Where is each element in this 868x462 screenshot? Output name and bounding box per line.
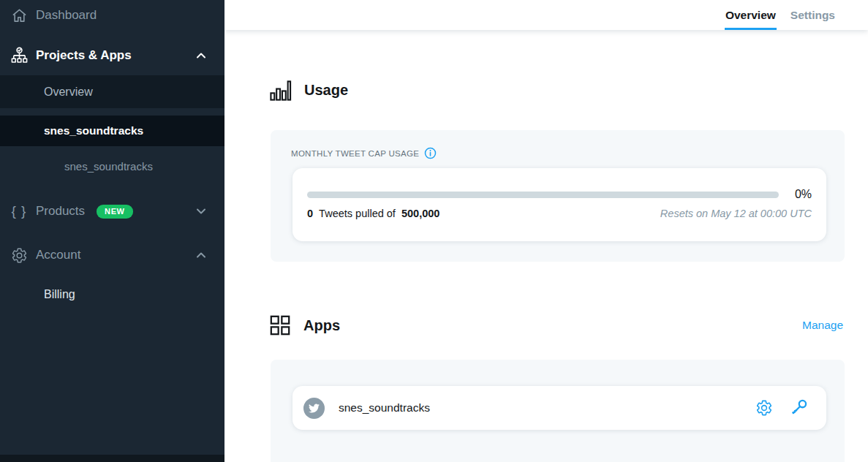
sidebar-item-overview[interactable]: Overview bbox=[0, 75, 224, 108]
sidebar-item-label: Products bbox=[36, 204, 85, 219]
app-row: snes_soundtracks bbox=[293, 386, 826, 430]
chevron-up-icon[interactable] bbox=[194, 248, 208, 262]
sidebar-item-label: Overview bbox=[44, 86, 93, 99]
sidebar-item-label: snes_soundtracks bbox=[44, 124, 143, 137]
sidebar-item-label: snes_soundtracks bbox=[64, 160, 153, 173]
sidebar-item-products[interactable]: { } Products NEW bbox=[0, 196, 224, 227]
usage-card: MONTHLY TWEET CAP USAGE 0% 0 Tweets p bbox=[271, 130, 845, 262]
tab-overview[interactable]: Overview bbox=[725, 0, 777, 30]
manage-link[interactable]: Manage bbox=[802, 319, 843, 332]
grid-icon bbox=[269, 314, 291, 336]
section-title-usage: Usage bbox=[304, 82, 348, 99]
sidebar-item-app-snes-soundtracks[interactable]: snes_soundtracks bbox=[0, 150, 224, 182]
usage-text-row: 0 Tweets pulled of 500,000 Resets on May… bbox=[307, 208, 812, 219]
tweets-pulled-text: 0 Tweets pulled of 500,000 bbox=[307, 208, 439, 219]
sidebar-item-project-snes-soundtracks[interactable]: snes_soundtracks bbox=[0, 116, 224, 146]
new-badge: NEW bbox=[97, 205, 132, 219]
sidebar-item-label: Account bbox=[36, 248, 80, 262]
app-actions bbox=[755, 398, 808, 417]
tweet-cap-value: 500,000 bbox=[401, 208, 439, 219]
sidebar-item-projects-apps[interactable]: Projects & Apps bbox=[0, 40, 224, 71]
usage-card-label-row: MONTHLY TWEET CAP USAGE bbox=[291, 147, 437, 159]
sitemap-check-icon bbox=[10, 46, 29, 65]
sidebar-item-label: Billing bbox=[44, 288, 75, 301]
apps-section-header: Apps bbox=[269, 314, 340, 336]
tweets-pulled-count: 0 bbox=[307, 208, 313, 219]
usage-card-label: MONTHLY TWEET CAP USAGE bbox=[291, 149, 419, 158]
sidebar-item-label: Projects & Apps bbox=[36, 48, 132, 63]
top-bar: Overview Settings bbox=[224, 0, 868, 30]
sidebar-bottom-strip bbox=[0, 455, 224, 462]
tab-settings[interactable]: Settings bbox=[790, 0, 836, 30]
resets-date-text: Resets on May 12 at 00:00 UTC bbox=[660, 208, 812, 219]
progress-bar bbox=[307, 192, 779, 198]
section-title-apps: Apps bbox=[303, 317, 340, 334]
main-content: Usage MONTHLY TWEET CAP USAGE 0% bbox=[224, 30, 868, 462]
progress-row: 0% bbox=[307, 187, 812, 202]
sidebar-item-billing[interactable]: Billing bbox=[0, 280, 224, 309]
progress-percent-label: 0% bbox=[795, 188, 812, 201]
bar-chart-icon bbox=[269, 79, 292, 102]
tweet-cap-usage-panel: 0% 0 Tweets pulled of 500,000 Resets on … bbox=[293, 168, 826, 241]
chevron-up-icon[interactable] bbox=[194, 48, 208, 63]
app-name: snes_soundtracks bbox=[339, 401, 430, 414]
tweets-pulled-label: Tweets pulled of bbox=[319, 208, 396, 219]
gear-icon bbox=[10, 246, 29, 265]
app-keys-key-icon[interactable] bbox=[789, 398, 808, 417]
home-icon bbox=[10, 6, 29, 25]
sidebar-item-account[interactable]: Account bbox=[0, 240, 224, 270]
sidebar-item-label: Dashboard bbox=[36, 8, 97, 23]
usage-section-header: Usage bbox=[269, 79, 348, 102]
twitter-bird-avatar bbox=[303, 398, 325, 419]
sidebar-item-dashboard[interactable]: Dashboard bbox=[0, 0, 224, 31]
apps-card: snes_soundtracks bbox=[271, 360, 845, 462]
app-settings-gear-icon[interactable] bbox=[755, 399, 773, 417]
sidebar: Dashboard Projects & Apps Overview snes_… bbox=[0, 0, 224, 462]
tab-bar: Overview Settings bbox=[725, 0, 836, 30]
chevron-down-icon[interactable] bbox=[194, 204, 208, 219]
info-icon[interactable] bbox=[424, 147, 437, 159]
braces-icon: { } bbox=[10, 202, 29, 221]
